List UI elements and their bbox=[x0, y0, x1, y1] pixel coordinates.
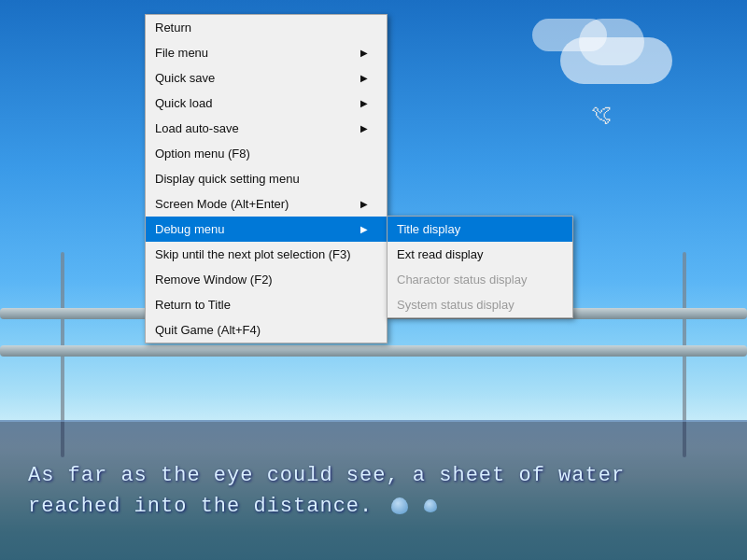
menu-item-quit-game-label: Quit Game (Alt+F4) bbox=[155, 323, 261, 337]
water-drop-1 bbox=[391, 497, 408, 514]
rail-bottom bbox=[0, 345, 747, 357]
submenu-ext-read-label: Ext read display bbox=[397, 247, 484, 261]
menu-item-display-quick[interactable]: Display quick setting menu bbox=[146, 166, 387, 191]
context-menu: Return File menu ▶ Quick save ▶ Quick lo… bbox=[145, 14, 388, 343]
textbox-line2-text: reached into the distance. bbox=[28, 495, 373, 518]
menu-item-quick-load-label: Quick load bbox=[155, 96, 212, 110]
submenu-item-title-display[interactable]: Title display bbox=[388, 217, 572, 242]
debug-arrow: ▶ bbox=[360, 224, 368, 234]
water-drop-2 bbox=[424, 499, 437, 512]
menu-item-debug-label: Debug menu bbox=[155, 222, 224, 236]
menu-item-return-title[interactable]: Return to Title bbox=[146, 292, 387, 317]
quick-save-arrow: ▶ bbox=[360, 73, 368, 83]
menu-item-return-title-label: Return to Title bbox=[155, 298, 231, 312]
menu-item-skip-plot-label: Skip until the next plot selection (F3) bbox=[155, 247, 351, 261]
bird-icon: 🕊 bbox=[591, 103, 612, 127]
menu-item-screen-mode[interactable]: Screen Mode (Alt+Enter) ▶ bbox=[146, 191, 387, 217]
menu-item-return-label: Return bbox=[155, 21, 191, 35]
menu-item-debug[interactable]: Debug menu ▶ bbox=[146, 217, 387, 242]
menu-item-quit-game[interactable]: Quit Game (Alt+F4) bbox=[146, 317, 387, 343]
menu-item-quick-save[interactable]: Quick save ▶ bbox=[146, 65, 387, 91]
menu-item-file-menu[interactable]: File menu ▶ bbox=[146, 40, 387, 65]
submenu-title-display-label: Title display bbox=[397, 222, 460, 236]
submenu-item-system-status: System status display bbox=[388, 292, 572, 317]
menu-item-option-menu[interactable]: Option menu (F8) bbox=[146, 141, 387, 166]
menu-item-option-menu-label: Option menu (F8) bbox=[155, 147, 250, 161]
menu-item-skip-plot[interactable]: Skip until the next plot selection (F3) bbox=[146, 242, 387, 267]
menu-item-remove-window[interactable]: Remove Window (F2) bbox=[146, 267, 387, 292]
menu-item-quick-save-label: Quick save bbox=[155, 71, 215, 85]
menu-item-debug-wrapper: Debug menu ▶ Title display Ext read disp… bbox=[146, 217, 387, 242]
menu-item-return[interactable]: Return bbox=[146, 15, 387, 40]
menu-item-load-autosave-label: Load auto-save bbox=[155, 121, 239, 135]
submenu-system-status-label: System status display bbox=[397, 298, 514, 312]
debug-submenu: Title display Ext read display Charactor… bbox=[387, 216, 573, 318]
submenu-character-status-label: Charactor status display bbox=[397, 273, 527, 287]
textbox-line1: As far as the eye could see, a sheet of … bbox=[28, 460, 625, 491]
textbox-content: As far as the eye could see, a sheet of … bbox=[28, 460, 625, 522]
menu-item-screen-mode-label: Screen Mode (Alt+Enter) bbox=[155, 197, 289, 211]
load-autosave-arrow: ▶ bbox=[360, 123, 368, 133]
quick-load-arrow: ▶ bbox=[360, 98, 368, 108]
menu-item-quick-load[interactable]: Quick load ▶ bbox=[146, 91, 387, 116]
cloud-2 bbox=[532, 19, 607, 51]
menu-item-load-autosave[interactable]: Load auto-save ▶ bbox=[146, 116, 387, 141]
submenu-item-ext-read[interactable]: Ext read display bbox=[388, 242, 572, 267]
menu-item-display-quick-label: Display quick setting menu bbox=[155, 172, 300, 186]
menu-item-file-menu-label: File menu bbox=[155, 46, 208, 60]
textbox-line2: reached into the distance. bbox=[28, 491, 625, 522]
textbox: As far as the eye could see, a sheet of … bbox=[0, 420, 747, 560]
submenu-item-character-status: Charactor status display bbox=[388, 267, 572, 292]
menu-item-remove-window-label: Remove Window (F2) bbox=[155, 273, 273, 287]
file-menu-arrow: ▶ bbox=[360, 48, 368, 58]
screen-mode-arrow: ▶ bbox=[360, 199, 368, 209]
